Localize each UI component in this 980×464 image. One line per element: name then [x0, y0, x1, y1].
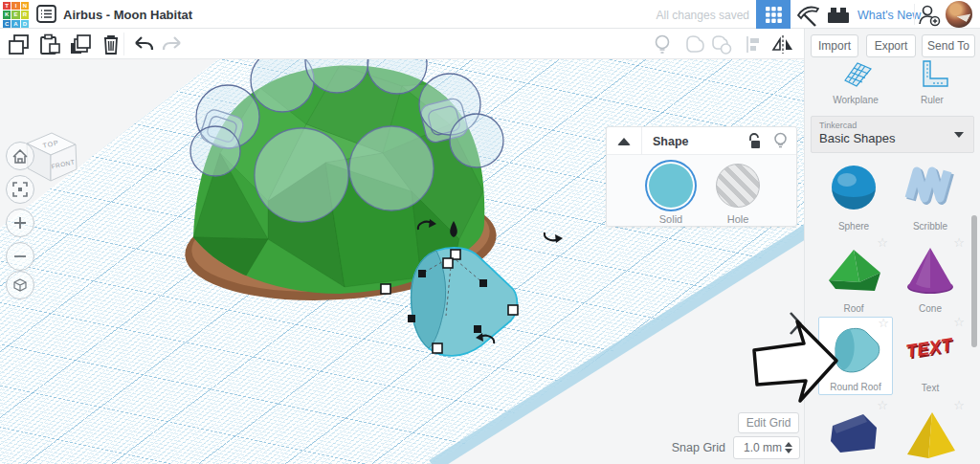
- ruler-label: Ruler: [899, 95, 966, 105]
- header-bar: T I N K E R C A D Airbus - Moon Habitat …: [0, 0, 980, 29]
- edit-toolbar: [0, 29, 804, 59]
- brick-icon[interactable]: [826, 3, 851, 27]
- shapes-sidebar: Import Export Send To Workplane Ruler Ti…: [804, 29, 980, 464]
- redo-icon[interactable]: [161, 33, 184, 55]
- workplane-label: Workplane: [822, 95, 889, 105]
- workplane-tool[interactable]: Workplane: [822, 59, 889, 105]
- dashboard-grid-button[interactable]: [756, 0, 791, 29]
- solid-label: Solid: [642, 213, 700, 225]
- design-menu-icon[interactable]: [36, 5, 56, 23]
- sidebar-collapse-chevron[interactable]: [787, 310, 804, 337]
- copy-icon[interactable]: [8, 33, 31, 55]
- sphere-shape-icon: [827, 164, 880, 213]
- ruler-tool[interactable]: Ruler: [899, 59, 966, 105]
- logo-tile: R: [21, 11, 29, 18]
- header-divider: [914, 4, 915, 25]
- logo-tile: I: [11, 2, 19, 10]
- zoom-in-button[interactable]: [6, 209, 34, 237]
- logo-tile: E: [11, 11, 19, 18]
- roof-shape-icon: [827, 246, 880, 296]
- solid-option[interactable]: Solid: [642, 164, 700, 225]
- logo-tile: A: [11, 20, 19, 28]
- chevron-down-icon: [954, 132, 964, 138]
- polygon-shape-icon: [827, 409, 880, 462]
- logo-tile: N: [21, 2, 29, 10]
- export-button[interactable]: Export: [866, 34, 916, 57]
- paste-icon[interactable]: [38, 33, 61, 55]
- group-icon[interactable]: [683, 33, 706, 55]
- hole-label: Hole: [709, 213, 767, 225]
- edit-grid-button[interactable]: Edit Grid: [738, 412, 799, 433]
- shape-tile-polygon[interactable]: ☆: [816, 400, 891, 464]
- shape-tile-scribble[interactable]: Scribble: [893, 155, 968, 233]
- snap-grid-label: Snap Grid: [635, 441, 725, 454]
- round-roof-shape-icon: [830, 326, 881, 374]
- save-status: All changes saved: [649, 9, 749, 22]
- shape-tile-round-roof[interactable]: ☆ Round Roof: [818, 317, 893, 395]
- minecraft-pickaxe-icon[interactable]: [794, 3, 819, 27]
- rotate-handle: [545, 232, 563, 243]
- send-to-button[interactable]: Send To: [922, 34, 975, 57]
- design-title[interactable]: Airbus - Moon Habitat: [63, 8, 192, 22]
- workplane-icon: [839, 59, 872, 88]
- svg-text:TEXT: TEXT: [904, 334, 955, 362]
- lightbulb-icon[interactable]: [773, 132, 788, 150]
- library-name: Basic Shapes: [819, 131, 966, 145]
- shape-tile-text[interactable]: ☆ TEXT TEXT Text: [893, 317, 968, 395]
- perspective-toggle-button[interactable]: [6, 271, 34, 299]
- ruler-icon: [916, 59, 948, 88]
- collapse-icon: [617, 138, 631, 145]
- unlock-icon[interactable]: [746, 133, 762, 150]
- shape-inspector-panel: Shape Solid Hole: [606, 126, 797, 227]
- library-brand: Tinkercad: [819, 121, 966, 130]
- fit-view-button[interactable]: [6, 175, 34, 204]
- invite-user-icon[interactable]: [917, 3, 942, 27]
- logo-tile: T: [3, 2, 11, 10]
- pyramid-shape-icon: [903, 409, 957, 462]
- text-shape-icon: TEXT TEXT: [901, 325, 960, 375]
- duplicate-icon[interactable]: [69, 33, 92, 55]
- solid-swatch[interactable]: [649, 164, 693, 208]
- grid-icon: [766, 7, 782, 23]
- home-view-button[interactable]: [6, 142, 34, 170]
- tinkercad-app: TOP FRONT Shape: [0, 0, 980, 464]
- flip-icon[interactable]: [771, 33, 794, 55]
- snap-grid-value: 1.0 mm: [744, 441, 782, 454]
- shape-tile-cone[interactable]: ☆ Cone: [893, 237, 968, 316]
- import-button[interactable]: Import: [811, 34, 858, 57]
- tinkercad-logo[interactable]: T I N K E R C A D: [3, 2, 29, 28]
- delete-icon[interactable]: [100, 33, 122, 55]
- zoom-out-button[interactable]: [6, 242, 34, 271]
- whats-new-link[interactable]: What's New: [858, 9, 921, 22]
- scene-3d: [0, 59, 804, 464]
- hole-option[interactable]: Hole: [709, 164, 767, 225]
- scribble-shape-icon: [903, 164, 957, 213]
- snap-grid-select[interactable]: 1.0 mm: [733, 436, 800, 459]
- snap-grid-caret-icon: [785, 442, 792, 453]
- toolbar-divider: [123, 33, 124, 55]
- viewport-3d[interactable]: TOP FRONT Shape: [0, 59, 804, 464]
- selected-round-roof[interactable]: [412, 248, 518, 356]
- shape-tile-sphere[interactable]: Sphere: [816, 155, 891, 233]
- user-avatar[interactable]: [946, 1, 972, 28]
- ungroup-icon[interactable]: [710, 33, 733, 55]
- panel-title: Shape: [653, 135, 689, 148]
- shape-library-select[interactable]: Tinkercad Basic Shapes: [811, 116, 974, 153]
- show-all-icon[interactable]: [651, 33, 674, 55]
- logo-tile: D: [21, 20, 29, 28]
- logo-tile: C: [3, 20, 11, 28]
- logo-tile: K: [3, 11, 11, 18]
- cone-shape-icon: [903, 246, 957, 296]
- panel-collapse-button[interactable]: [607, 127, 642, 155]
- undo-icon[interactable]: [132, 33, 155, 55]
- align-icon[interactable]: [743, 33, 766, 55]
- shape-tile-roof[interactable]: ☆ Roof: [816, 237, 891, 316]
- hole-swatch[interactable]: [716, 164, 760, 208]
- shape-tile-pyramid[interactable]: ☆: [893, 400, 968, 464]
- sidebar-scrollbar[interactable]: [971, 215, 977, 347]
